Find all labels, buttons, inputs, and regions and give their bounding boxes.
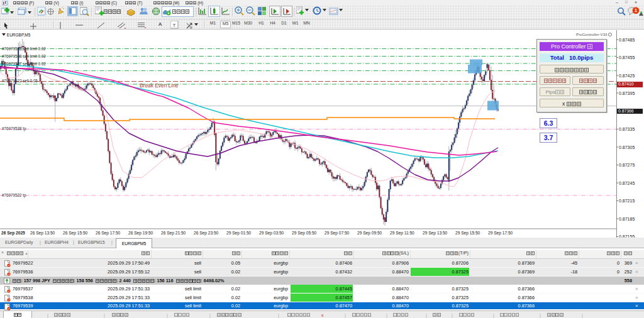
svg-text:1: 1 [635, 8, 637, 13]
svg-text:T: T [173, 23, 176, 28]
